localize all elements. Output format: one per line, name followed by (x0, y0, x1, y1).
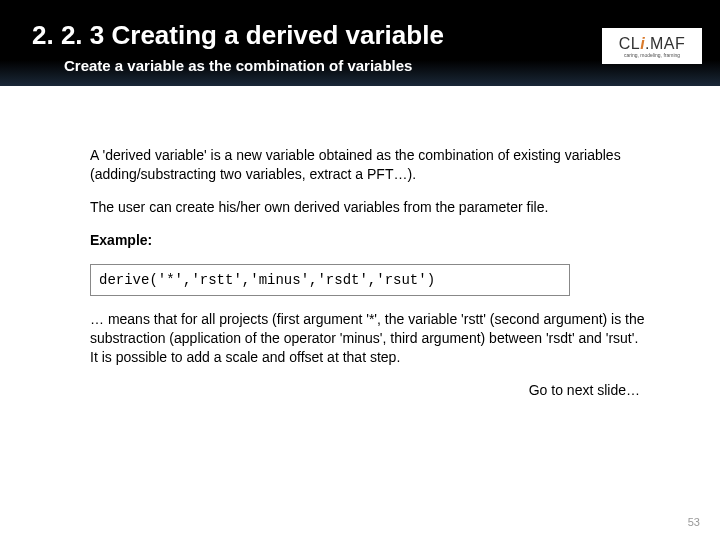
slide-body: A 'derived variable' is a new variable o… (0, 86, 720, 400)
page-number: 53 (688, 516, 700, 528)
paragraph-usage: The user can create his/her own derived … (90, 198, 650, 217)
logo-text: CLi.MAF (619, 35, 686, 53)
example-label: Example: (90, 231, 650, 250)
slide-header: 2. 2. 3 Creating a derived variable Crea… (0, 0, 720, 86)
next-slide-hint: Go to next slide… (90, 381, 650, 400)
code-example: derive('*','rstt','minus','rsdt','rsut') (90, 264, 570, 297)
climaf-logo: CLi.MAF caring, modeling, framing (602, 28, 702, 64)
paragraph-intro: A 'derived variable' is a new variable o… (90, 146, 650, 184)
logo-tagline: caring, modeling, framing (624, 53, 680, 58)
paragraph-explain: … means that for all projects (first arg… (90, 310, 650, 367)
